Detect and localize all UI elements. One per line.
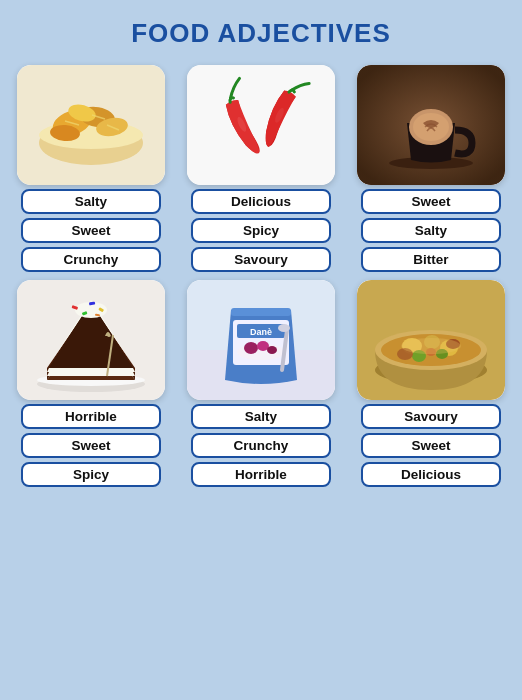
svg-rect-37 [231, 308, 291, 316]
food-card-cake: Horrible Sweet Spicy [10, 280, 172, 487]
food-image-coffee [357, 65, 505, 185]
food-image-chili [187, 65, 335, 185]
stew-label-1: Savoury [361, 404, 501, 429]
cake-label-1: Horrible [21, 404, 161, 429]
chips-label-3: Crunchy [21, 247, 161, 272]
coffee-label-2: Salty [361, 218, 501, 243]
food-card-yogurt: Danè Salty Crunchy Horrible [180, 280, 342, 487]
stew-label-2: Sweet [361, 433, 501, 458]
chili-label-1: Delicious [191, 189, 331, 214]
food-image-yogurt: Danè [187, 280, 335, 400]
chili-label-2: Spicy [191, 218, 331, 243]
page-title: FOOD ADJECTIVES [131, 18, 391, 49]
food-card-chips: Salty Sweet Crunchy [10, 65, 172, 272]
food-image-cake [17, 280, 165, 400]
chips-label-2: Sweet [21, 218, 161, 243]
svg-point-42 [244, 342, 258, 354]
yogurt-label-2: Crunchy [191, 433, 331, 458]
food-image-chips [17, 65, 165, 185]
svg-rect-11 [187, 65, 335, 185]
yogurt-label-3: Horrible [191, 462, 331, 487]
cake-label-2: Sweet [21, 433, 161, 458]
cake-label-3: Spicy [21, 462, 161, 487]
svg-point-58 [401, 338, 461, 354]
svg-marker-25 [47, 368, 135, 372]
coffee-label-3: Bitter [361, 247, 501, 272]
food-card-chili: Delicious Spicy Savoury [180, 65, 342, 272]
svg-marker-26 [47, 372, 135, 376]
food-grid: Salty Sweet Crunchy [10, 65, 512, 487]
food-card-stew: Savoury Sweet Delicious [350, 280, 512, 487]
chips-label-1: Salty [21, 189, 161, 214]
coffee-label-1: Sweet [361, 189, 501, 214]
svg-text:Danè: Danè [250, 327, 272, 337]
svg-point-44 [267, 346, 277, 354]
svg-point-45 [278, 324, 290, 332]
yogurt-label-1: Salty [191, 404, 331, 429]
stew-label-3: Delicious [361, 462, 501, 487]
food-card-coffee: Sweet Salty Bitter [350, 65, 512, 272]
chili-label-3: Savoury [191, 247, 331, 272]
food-image-stew [357, 280, 505, 400]
